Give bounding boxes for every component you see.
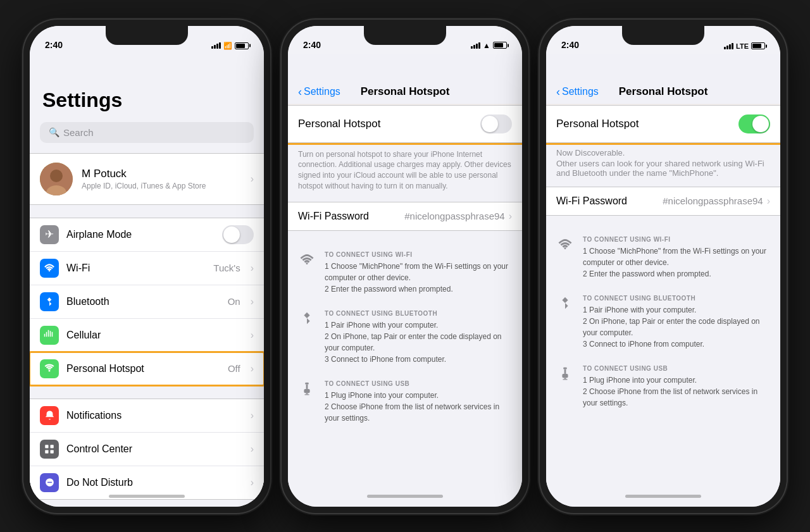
wifi-row[interactable]: Wi-Fi Tuck's › <box>30 252 264 285</box>
hotspot-chevron: › <box>251 363 254 374</box>
notifications-row[interactable]: Notifications › <box>30 399 264 433</box>
connect-bt-icon-2 <box>298 311 316 365</box>
control-center-label: Control Center <box>66 443 243 455</box>
hotspot-label: Personal Hotspot <box>66 363 220 374</box>
search-icon: 🔍 <box>49 127 59 137</box>
wifi-pw-label-3: Wi-Fi Password <box>556 195 663 207</box>
svg-rect-7 <box>305 383 309 385</box>
hotspot-value: Off <box>228 363 240 374</box>
description-2: Turn on personal hotspot to share your i… <box>288 143 522 202</box>
home-indicator <box>109 495 185 498</box>
bluetooth-row[interactable]: Bluetooth On › <box>30 285 264 319</box>
search-bar[interactable]: 🔍 Search <box>40 122 254 143</box>
wifi-label: Wi-Fi <box>66 263 206 274</box>
bluetooth-value: On <box>228 296 240 307</box>
wifi-password-row-3[interactable]: Wi-Fi Password #nicelongpassphrase94 › <box>546 187 780 216</box>
connect-wifi-title-3: TO CONNECT USING WI-FI <box>583 236 770 243</box>
cellular-label: Cellular <box>66 330 243 341</box>
hotspot-toggle-label-3: Personal Hotspot <box>556 118 738 130</box>
nav-bar-2: ‹ Settings Personal Hotspot <box>288 54 522 106</box>
status-bar: 2:40 📶 <box>30 26 264 54</box>
hotspot-row[interactable]: Personal Hotspot Off › <box>30 352 264 385</box>
dnd-chevron: › <box>251 477 254 488</box>
connect-wifi-2: TO CONNECT USING WI-FI 1 Choose "MichPho… <box>288 244 522 302</box>
airplane-row[interactable]: ✈ Airplane Mode <box>30 218 264 252</box>
user-subtitle: Apple ID, iCloud, iTunes & App Store <box>82 182 242 190</box>
connect-bt-2: TO CONNECT USING BLUETOOTH 1 Pair iPhone… <box>288 302 522 373</box>
signal-icon-3 <box>724 43 733 49</box>
connect-bt-title-2: TO CONNECT USING BLUETOOTH <box>325 310 512 317</box>
connect-usb-icon-3 <box>556 366 574 409</box>
phone-settings: 2:40 📶 Settings <box>23 20 270 513</box>
connect-usb-icon-2 <box>298 381 316 424</box>
connect-bt-text-2: TO CONNECT USING BLUETOOTH 1 Pair iPhone… <box>325 310 512 365</box>
cellular-row[interactable]: Cellular › <box>30 319 264 352</box>
hotspot-toggle-3[interactable] <box>738 114 770 133</box>
hotspot-icon <box>40 359 59 378</box>
wifi-pw-chevron-3: › <box>767 195 770 207</box>
connect-wifi-3: TO CONNECT USING WI-FI 1 Choose "MichPho… <box>546 228 780 287</box>
user-row[interactable]: M Potuck Apple ID, iCloud, iTunes & App … <box>30 153 264 205</box>
connect-bt-text-3: TO CONNECT USING BLUETOOTH 1 Pair iPhone… <box>583 295 770 350</box>
connect-usb-title-3: TO CONNECT USING USB <box>583 365 770 372</box>
cellular-chevron: › <box>251 330 254 341</box>
battery-icon-2 <box>493 42 507 49</box>
wifi-pw-label-2: Wi-Fi Password <box>298 211 404 222</box>
status-icons: 📶 <box>211 42 249 50</box>
hotspot-toggle-2[interactable] <box>480 114 512 133</box>
wifi-pw-chevron-2: › <box>509 211 512 222</box>
page-title: Settings <box>30 54 264 117</box>
home-indicator-3 <box>625 495 701 498</box>
notifications-label: Notifications <box>66 410 243 421</box>
status-icons-3: LTE <box>724 42 765 50</box>
connect-usb-title-2: TO CONNECT USING USB <box>325 380 512 387</box>
status-time-3: 2:40 <box>561 40 579 50</box>
avatar <box>40 163 73 195</box>
user-info: M Potuck Apple ID, iCloud, iTunes & App … <box>82 168 242 190</box>
search-placeholder: Search <box>63 127 94 138</box>
connect-bt-steps-3: 1 Pair iPhone with your computer. 2 On i… <box>583 304 770 350</box>
battery-icon-3 <box>751 42 765 49</box>
connect-wifi-steps-2: 1 Choose "MichPhone" from the Wi-Fi sett… <box>325 261 512 295</box>
dnd-label: Do Not Disturb <box>66 477 243 488</box>
connect-usb-text-2: TO CONNECT USING USB 1 Plug iPhone into … <box>325 380 512 424</box>
bluetooth-chevron: › <box>251 296 254 307</box>
back-label-2: Settings <box>304 86 340 97</box>
connect-wifi-text-2: TO CONNECT USING WI-FI 1 Choose "MichPho… <box>325 251 512 295</box>
svg-rect-11 <box>304 394 309 395</box>
control-center-row[interactable]: Control Center › <box>30 433 264 466</box>
hotspot-toggle-row-2[interactable]: Personal Hotspot <box>288 106 522 143</box>
user-name: M Potuck <box>82 168 242 180</box>
hotspot-toggle-row-3[interactable]: Personal Hotspot <box>546 106 780 143</box>
phone-hotspot-on: 2:40 LTE <box>540 20 787 513</box>
connect-usb-steps-2: 1 Plug iPhone into your computer. 2 Choo… <box>325 390 512 424</box>
connect-usb-steps-3: 1 Plug iPhone into your computer. 2 Choo… <box>583 374 770 409</box>
status-icons-2: ▲ <box>471 41 507 50</box>
wifi-pw-value-3: #nicelongpassphrase94 <box>663 195 763 206</box>
nav-bar-3: ‹ Settings Personal Hotspot <box>546 54 780 106</box>
wifi-password-row-2[interactable]: Wi-Fi Password #nicelongpassphrase94 › <box>288 202 522 231</box>
back-button-3[interactable]: ‹ Settings <box>556 85 599 99</box>
connect-bt-title-3: TO CONNECT USING BLUETOOTH <box>583 295 770 302</box>
connect-wifi-icon-3 <box>556 237 574 280</box>
cellular-icon <box>40 326 59 345</box>
connect-wifi-text-3: TO CONNECT USING WI-FI 1 Choose "MichPho… <box>583 236 770 280</box>
hotspot-toggle-label-2: Personal Hotspot <box>298 118 480 130</box>
bluetooth-label: Bluetooth <box>66 296 220 307</box>
home-indicator-2 <box>367 495 443 498</box>
status-time-2: 2:40 <box>303 40 321 50</box>
back-button-2[interactable]: ‹ Settings <box>298 85 340 99</box>
connect-usb-text-3: TO CONNECT USING USB 1 Plug iPhone into … <box>583 365 770 409</box>
discoverable-label-3: Now Discoverable. <box>556 148 625 158</box>
dnd-icon <box>40 473 59 492</box>
svg-rect-16 <box>563 379 567 380</box>
connect-usb-2: TO CONNECT USING USB 1 Plug iPhone into … <box>288 373 522 431</box>
settings-group-1: ✈ Airplane Mode Wi-Fi Tuck's › <box>30 218 264 386</box>
notifications-icon <box>40 406 59 425</box>
lte-label: LTE <box>736 42 749 50</box>
back-chevron-2: ‹ <box>298 85 302 99</box>
notifications-chevron: › <box>251 410 254 421</box>
airplane-toggle[interactable] <box>222 225 254 244</box>
svg-rect-8 <box>306 384 308 388</box>
svg-rect-6 <box>51 450 54 453</box>
